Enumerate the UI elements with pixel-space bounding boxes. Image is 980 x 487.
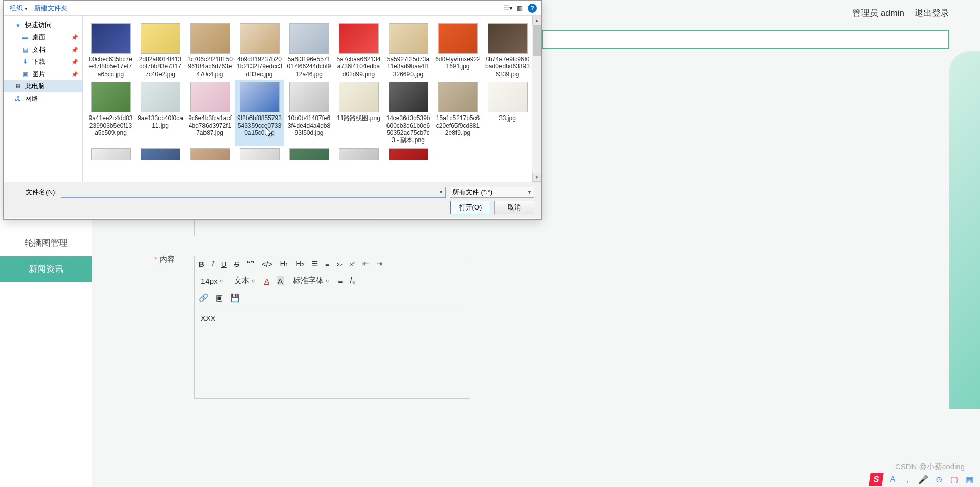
file-thumbnail	[91, 148, 131, 160]
file-item[interactable]: 5a5927f25d73a11e3ad9baa4f1326690.jpg	[383, 21, 433, 80]
file-thumbnail	[438, 82, 478, 112]
downloads-item[interactable]: ⬇下载📌	[4, 56, 82, 68]
pictures-item[interactable]: ▣图片📌	[4, 68, 82, 80]
new-folder-button[interactable]: 新建文件夹	[32, 3, 70, 14]
file-item[interactable]: 9ae133cb40f0ca11.jpg	[135, 80, 185, 146]
logout-link[interactable]: 退出登录	[915, 7, 949, 19]
file-name-label: 8b74a7e9fc96f0bad0edbd638936339.jpg	[485, 56, 530, 78]
file-name-label: 9ae133cb40f0ca11.jpg	[138, 114, 183, 129]
file-item[interactable]: 9c6e4b3fca1acf4bd786d3972f17ab87.jpg	[185, 80, 235, 146]
file-item[interactable]: 5a7cbaa662134a736f4104edbad02d99.png	[334, 21, 383, 80]
documents-item[interactable]: ▤文档📌	[4, 43, 82, 56]
file-thumbnail	[339, 23, 379, 54]
strike-button[interactable]: S	[234, 260, 239, 268]
screenshot-toolbar: S A ， 🎤 ⊙ ▢ ▦	[870, 473, 975, 486]
file-name-label: 6df0-fyvtmxe9221691.jpg	[435, 56, 481, 71]
file-item[interactable]	[334, 146, 383, 165]
image-icon[interactable]: ▣	[216, 293, 223, 303]
file-item[interactable]	[383, 146, 433, 165]
file-item[interactable]: 15a1c5217b5c6c20ef65f9cd8812e8f9.jpg	[433, 80, 483, 146]
subscript-button[interactable]: x₂	[337, 260, 343, 268]
fontfamily-select[interactable]: 标准字体	[291, 276, 331, 286]
quick-access[interactable]: ★快速访问	[4, 19, 82, 31]
file-item[interactable]: 14ce36d3d539b600cb3c61b0e650352ac75cb7c3…	[383, 80, 433, 146]
file-item[interactable]: 10b0b41407fe63f4de4d4a4db893f50d.jpg	[284, 80, 334, 146]
admin-label: 管理员 admin	[852, 7, 904, 19]
file-item[interactable]: 8b74a7e9fc96f0bad0edbd638936339.jpg	[483, 21, 532, 80]
organize-menu[interactable]: 组织	[8, 3, 30, 14]
tool-record-icon[interactable]: ⊙	[933, 474, 944, 485]
network-item[interactable]: 🖧网络	[4, 92, 82, 105]
chevron-down-icon[interactable]: ▼	[439, 190, 443, 195]
sidebar-item-carousel[interactable]: 轮播图管理	[0, 230, 92, 256]
filetype-select[interactable]: 所有文件 (*.*)▼	[450, 187, 534, 198]
filename-input[interactable]: ▼	[61, 187, 446, 198]
file-item[interactable]: 9a41ee2c4dd03239903b5e0f13a5c509.png	[86, 80, 135, 146]
scroll-down-button[interactable]: ▼	[532, 173, 541, 182]
file-item[interactable]: 00cbec635bc7ee47f8fb5e17ef7a65cc.jpg	[86, 21, 135, 80]
italic-button[interactable]: I	[212, 260, 214, 268]
file-item[interactable]	[135, 146, 185, 165]
texttype-select[interactable]: 文本	[232, 276, 257, 286]
file-thumbnail	[240, 148, 280, 160]
h1-button[interactable]: H₁	[280, 259, 288, 268]
tool-grid-icon[interactable]: ▦	[964, 474, 975, 485]
this-pc-item[interactable]: 🖥此电脑	[4, 80, 82, 92]
view-options-button[interactable]: ☰▾	[503, 3, 513, 13]
scroll-thumb[interactable]	[533, 25, 541, 56]
ordered-list-button[interactable]: ☰	[311, 259, 318, 268]
pc-icon: 🖥	[14, 83, 22, 90]
file-thumbnail	[240, 23, 280, 54]
file-name-label: 11路路线图.png	[336, 114, 381, 122]
quote-button[interactable]: ❝❞	[246, 259, 255, 268]
desktop-item[interactable]: ▬桌面📌	[4, 31, 82, 43]
file-item[interactable]: 4b9d819237b201b2132f79edcc3d33ec.jpg	[235, 21, 284, 80]
header-input[interactable]	[542, 30, 949, 49]
h2-button[interactable]: H₂	[295, 259, 304, 268]
dialog-bottom: 文件名(N): ▼ 所有文件 (*.*)▼ 打开(O) 取消	[4, 182, 541, 218]
editor-body[interactable]: XXX	[195, 308, 470, 329]
save-icon[interactable]: 💾	[230, 293, 240, 303]
clear-format-button[interactable]: I×	[350, 275, 355, 286]
link-icon[interactable]: 🔗	[199, 293, 209, 303]
fontsize-select[interactable]: 14px	[199, 276, 225, 285]
tool-a-icon[interactable]: A	[887, 474, 898, 485]
file-item[interactable]: 5a6f3196e5571017f66244dcbf912a46.jpg	[284, 21, 334, 80]
file-item[interactable]	[86, 146, 135, 165]
file-item[interactable]: 6df0-fyvtmxe9221691.jpg	[433, 21, 483, 80]
underline-button[interactable]: U	[221, 260, 227, 268]
file-item[interactable]	[235, 146, 284, 165]
pin-icon: 📌	[71, 71, 78, 78]
file-thumbnail	[289, 23, 329, 54]
bg-color-button[interactable]: A	[277, 276, 284, 285]
file-item[interactable]	[284, 146, 334, 165]
scroll-up-button[interactable]: ▲	[532, 16, 541, 25]
chevron-down-icon[interactable]: ▼	[527, 190, 532, 195]
font-color-button[interactable]: A	[264, 276, 269, 285]
indent-button[interactable]: ⇥	[376, 259, 383, 268]
form-textarea[interactable]	[194, 220, 378, 236]
help-button[interactable]: ?	[527, 3, 537, 13]
open-button[interactable]: 打开(O)	[450, 201, 490, 214]
file-item[interactable]: 33.jpg	[483, 80, 532, 146]
scrollbar[interactable]: ▲ ▼	[532, 16, 541, 182]
s-badge-icon[interactable]: S	[869, 473, 884, 486]
superscript-button[interactable]: x²	[350, 260, 355, 268]
outdent-button[interactable]: ⇤	[362, 259, 369, 268]
preview-pane-button[interactable]: ▥	[515, 3, 525, 13]
file-item[interactable]: 2d82a0014f413cbf7bb83e73177c40e2.jpg	[135, 21, 185, 80]
file-thumbnail	[289, 148, 329, 160]
cancel-button[interactable]: 取消	[494, 201, 534, 214]
file-item[interactable]: 3c706c2f21815096184ac6d763e470c4.jpg	[185, 21, 235, 80]
unordered-list-button[interactable]: ≡	[325, 260, 330, 268]
align-button[interactable]: ≡	[338, 276, 343, 285]
file-item[interactable]: 11路路线图.png	[334, 80, 383, 146]
file-item[interactable]: 9f2b6bf8855793543359cce07330a15c0.jpg	[235, 80, 284, 146]
bold-button[interactable]: B	[199, 260, 204, 268]
code-button[interactable]: </>	[262, 260, 273, 268]
sidebar-item-news[interactable]: 新闻资讯	[0, 256, 92, 282]
tool-window-icon[interactable]: ▢	[948, 474, 960, 485]
tool-comma-icon[interactable]: ，	[902, 474, 914, 485]
file-item[interactable]	[185, 146, 235, 165]
tool-mic-icon[interactable]: 🎤	[918, 474, 929, 485]
